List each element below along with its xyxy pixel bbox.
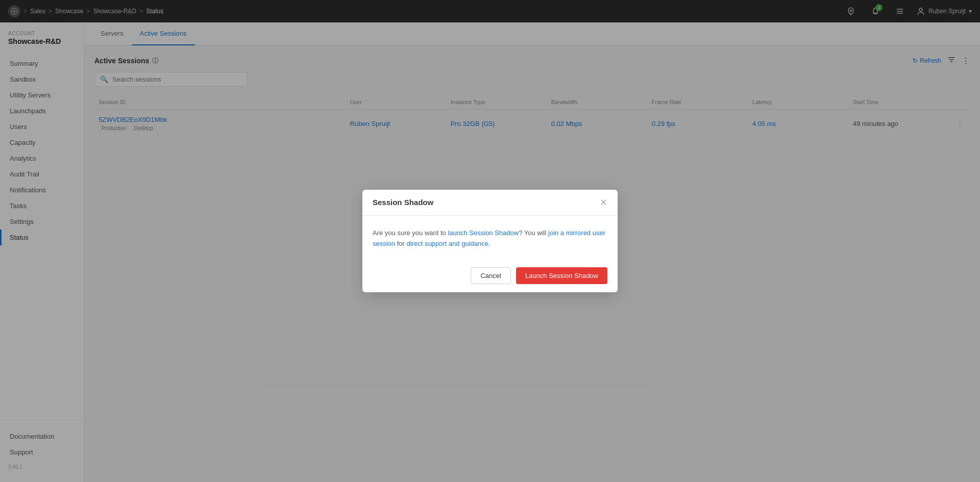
launch-session-shadow-button[interactable]: Launch Session Shadow <box>516 267 607 284</box>
modal-close-button[interactable]: ✕ <box>600 198 607 207</box>
modal-body: Are you sure you want to launch Session … <box>362 216 618 260</box>
cancel-button[interactable]: Cancel <box>471 267 510 284</box>
modal-overlay[interactable]: Session Shadow ✕ Are you sure you want t… <box>0 0 980 482</box>
modal-footer: Cancel Launch Session Shadow <box>362 259 618 292</box>
modal-header: Session Shadow ✕ <box>362 190 618 216</box>
session-shadow-modal: Session Shadow ✕ Are you sure you want t… <box>362 190 618 293</box>
modal-highlight-1: launch Session Shadow <box>448 229 519 237</box>
modal-highlight-3: direct support and guidance <box>406 240 488 247</box>
modal-body-text: Are you sure you want to launch Session … <box>373 228 607 249</box>
modal-title: Session Shadow <box>373 198 433 207</box>
modal-text-3: for <box>395 240 406 247</box>
modal-text-4: . <box>488 240 491 247</box>
modal-text-1: Are you sure you want to <box>373 229 448 237</box>
modal-text-2: ? You will <box>519 229 548 237</box>
